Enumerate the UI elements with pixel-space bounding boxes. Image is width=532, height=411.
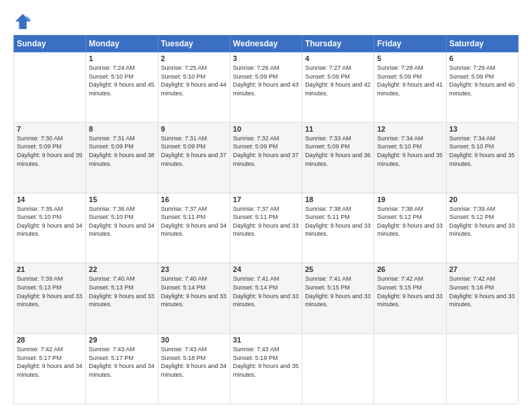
header-cell-monday: Monday: [86, 36, 158, 52]
day-cell: 26Sunrise: 7:42 AM Sunset: 5:15 PM Dayli…: [374, 263, 446, 334]
calendar-body: 1Sunrise: 7:24 AM Sunset: 5:10 PM Daylig…: [14, 52, 519, 404]
day-info: Sunrise: 7:32 AM Sunset: 5:09 PM Dayligh…: [233, 134, 299, 168]
day-cell: 1Sunrise: 7:24 AM Sunset: 5:10 PM Daylig…: [86, 52, 158, 123]
day-cell: 29Sunrise: 7:43 AM Sunset: 5:17 PM Dayli…: [86, 334, 158, 404]
day-info: Sunrise: 7:35 AM Sunset: 5:10 PM Dayligh…: [17, 205, 83, 238]
day-info: Sunrise: 7:43 AM Sunset: 5:17 PM Dayligh…: [89, 345, 154, 379]
svg-marker-0: [15, 14, 30, 29]
day-info: Sunrise: 7:37 AM Sunset: 5:11 PM Dayligh…: [233, 205, 299, 238]
header-cell-saturday: Saturday: [446, 36, 518, 52]
day-number: 1: [89, 54, 154, 62]
day-cell: 23Sunrise: 7:40 AM Sunset: 5:14 PM Dayli…: [158, 263, 230, 334]
day-info: Sunrise: 7:34 AM Sunset: 5:10 PM Dayligh…: [377, 134, 443, 168]
day-cell: [374, 334, 446, 404]
logo: [13, 12, 35, 31]
day-cell: 3Sunrise: 7:26 AM Sunset: 5:09 PM Daylig…: [230, 52, 302, 123]
day-info: Sunrise: 7:25 AM Sunset: 5:10 PM Dayligh…: [161, 64, 227, 97]
week-row-2: 14Sunrise: 7:35 AM Sunset: 5:10 PM Dayli…: [14, 193, 519, 263]
day-number: 16: [161, 195, 227, 203]
day-cell: 24Sunrise: 7:41 AM Sunset: 5:14 PM Dayli…: [230, 263, 302, 334]
day-number: 31: [233, 336, 299, 344]
day-number: 24: [233, 265, 299, 273]
day-cell: 9Sunrise: 7:31 AM Sunset: 5:09 PM Daylig…: [158, 122, 230, 193]
day-cell: 20Sunrise: 7:39 AM Sunset: 5:12 PM Dayli…: [446, 193, 518, 263]
day-number: 27: [449, 265, 515, 273]
day-info: Sunrise: 7:42 AM Sunset: 5:15 PM Dayligh…: [377, 275, 443, 308]
day-info: Sunrise: 7:36 AM Sunset: 5:10 PM Dayligh…: [89, 205, 154, 238]
header-cell-thursday: Thursday: [302, 36, 374, 52]
day-info: Sunrise: 7:39 AM Sunset: 5:13 PM Dayligh…: [17, 275, 83, 308]
day-cell: 21Sunrise: 7:39 AM Sunset: 5:13 PM Dayli…: [14, 263, 86, 334]
page: SundayMondayTuesdayWednesdayThursdayFrid…: [0, 0, 532, 411]
day-cell: 19Sunrise: 7:38 AM Sunset: 5:12 PM Dayli…: [374, 193, 446, 263]
day-cell: 4Sunrise: 7:27 AM Sunset: 5:09 PM Daylig…: [302, 52, 374, 123]
day-cell: 17Sunrise: 7:37 AM Sunset: 5:11 PM Dayli…: [230, 193, 302, 263]
week-row-4: 28Sunrise: 7:42 AM Sunset: 5:17 PM Dayli…: [14, 334, 519, 404]
day-cell: 12Sunrise: 7:34 AM Sunset: 5:10 PM Dayli…: [374, 122, 446, 193]
header-row: SundayMondayTuesdayWednesdayThursdayFrid…: [14, 36, 519, 52]
header-cell-wednesday: Wednesday: [230, 36, 302, 52]
day-number: 23: [161, 265, 227, 273]
week-row-3: 21Sunrise: 7:39 AM Sunset: 5:13 PM Dayli…: [14, 263, 519, 334]
day-info: Sunrise: 7:37 AM Sunset: 5:11 PM Dayligh…: [161, 205, 227, 238]
header: [13, 12, 519, 31]
calendar-header: SundayMondayTuesdayWednesdayThursdayFrid…: [14, 36, 519, 52]
day-number: 17: [233, 195, 299, 203]
day-number: 21: [17, 265, 83, 273]
day-info: Sunrise: 7:24 AM Sunset: 5:10 PM Dayligh…: [89, 64, 154, 97]
day-number: 14: [17, 195, 83, 203]
day-number: 22: [89, 265, 154, 273]
day-number: 2: [161, 54, 227, 62]
day-cell: 2Sunrise: 7:25 AM Sunset: 5:10 PM Daylig…: [158, 52, 230, 123]
day-cell: 8Sunrise: 7:31 AM Sunset: 5:09 PM Daylig…: [86, 122, 158, 193]
day-info: Sunrise: 7:33 AM Sunset: 5:09 PM Dayligh…: [305, 134, 371, 168]
day-info: Sunrise: 7:40 AM Sunset: 5:13 PM Dayligh…: [89, 275, 154, 308]
day-number: 8: [89, 125, 154, 133]
day-number: 12: [377, 125, 443, 133]
day-info: Sunrise: 7:30 AM Sunset: 5:09 PM Dayligh…: [17, 134, 83, 168]
day-cell: 11Sunrise: 7:33 AM Sunset: 5:09 PM Dayli…: [302, 122, 374, 193]
day-number: 7: [17, 125, 83, 133]
day-info: Sunrise: 7:39 AM Sunset: 5:12 PM Dayligh…: [449, 205, 515, 238]
day-cell: 13Sunrise: 7:34 AM Sunset: 5:10 PM Dayli…: [446, 122, 518, 193]
day-number: 4: [305, 54, 371, 62]
day-info: Sunrise: 7:38 AM Sunset: 5:12 PM Dayligh…: [377, 205, 443, 238]
day-number: 5: [377, 54, 443, 62]
day-cell: 25Sunrise: 7:41 AM Sunset: 5:15 PM Dayli…: [302, 263, 374, 334]
day-number: 9: [161, 125, 227, 133]
day-number: 28: [17, 336, 83, 344]
header-cell-tuesday: Tuesday: [158, 36, 230, 52]
day-cell: [302, 334, 374, 404]
day-info: Sunrise: 7:41 AM Sunset: 5:15 PM Dayligh…: [305, 275, 371, 308]
day-cell: 30Sunrise: 7:43 AM Sunset: 5:18 PM Dayli…: [158, 334, 230, 404]
day-info: Sunrise: 7:42 AM Sunset: 5:17 PM Dayligh…: [17, 345, 83, 379]
day-number: 18: [305, 195, 371, 203]
day-number: 25: [305, 265, 371, 273]
header-cell-sunday: Sunday: [14, 36, 86, 52]
day-info: Sunrise: 7:38 AM Sunset: 5:11 PM Dayligh…: [305, 205, 371, 238]
day-info: Sunrise: 7:42 AM Sunset: 5:16 PM Dayligh…: [449, 275, 515, 308]
day-info: Sunrise: 7:40 AM Sunset: 5:14 PM Dayligh…: [161, 275, 227, 308]
day-info: Sunrise: 7:26 AM Sunset: 5:09 PM Dayligh…: [233, 64, 299, 97]
day-info: Sunrise: 7:27 AM Sunset: 5:09 PM Dayligh…: [305, 64, 371, 97]
day-cell: [446, 334, 518, 404]
logo-icon: [13, 12, 32, 31]
day-cell: 22Sunrise: 7:40 AM Sunset: 5:13 PM Dayli…: [86, 263, 158, 334]
day-info: Sunrise: 7:29 AM Sunset: 5:09 PM Dayligh…: [449, 64, 515, 97]
day-cell: 5Sunrise: 7:28 AM Sunset: 5:09 PM Daylig…: [374, 52, 446, 123]
svg-marker-1: [27, 16, 32, 21]
day-number: 20: [449, 195, 515, 203]
day-cell: 15Sunrise: 7:36 AM Sunset: 5:10 PM Dayli…: [86, 193, 158, 263]
day-info: Sunrise: 7:43 AM Sunset: 5:18 PM Dayligh…: [161, 345, 227, 379]
day-number: 6: [449, 54, 515, 62]
header-cell-friday: Friday: [374, 36, 446, 52]
day-number: 13: [449, 125, 515, 133]
day-info: Sunrise: 7:28 AM Sunset: 5:09 PM Dayligh…: [377, 64, 443, 97]
day-info: Sunrise: 7:31 AM Sunset: 5:09 PM Dayligh…: [89, 134, 154, 168]
day-cell: 27Sunrise: 7:42 AM Sunset: 5:16 PM Dayli…: [446, 263, 518, 334]
week-row-0: 1Sunrise: 7:24 AM Sunset: 5:10 PM Daylig…: [14, 52, 519, 123]
day-info: Sunrise: 7:34 AM Sunset: 5:10 PM Dayligh…: [449, 134, 515, 168]
day-info: Sunrise: 7:43 AM Sunset: 5:19 PM Dayligh…: [233, 345, 299, 379]
day-cell: 28Sunrise: 7:42 AM Sunset: 5:17 PM Dayli…: [14, 334, 86, 404]
day-number: 3: [233, 54, 299, 62]
